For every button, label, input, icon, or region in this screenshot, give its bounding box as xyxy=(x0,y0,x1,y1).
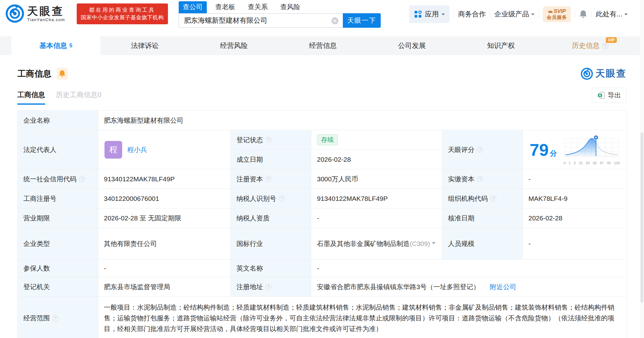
watermark-text: 天眼查 xyxy=(595,67,627,80)
app-grid-icon xyxy=(414,10,422,18)
divider xyxy=(539,10,539,18)
search-tabs: 查公司 查老板 查关系 查风险 xyxy=(179,2,381,13)
help-icon[interactable] xyxy=(79,176,85,182)
org-code-label: 组织机构代码 xyxy=(442,189,523,208)
watermark-logo: 天眼查 xyxy=(581,67,627,80)
crown-icon xyxy=(548,9,553,13)
legal-rep-name-link[interactable]: 程小兵 xyxy=(127,145,147,154)
user-menu[interactable]: 此处有... xyxy=(596,9,628,19)
taxpayer-quality-label: 纳税人资质 xyxy=(231,208,311,228)
legal-rep-value: 程 程小兵 xyxy=(98,130,231,169)
english-name-label: 英文名称 xyxy=(231,259,311,277)
company-name-label: 企业名称 xyxy=(18,111,98,130)
industry-code: (C309) xyxy=(410,240,430,247)
help-icon[interactable] xyxy=(477,176,483,182)
scrollbar-thumb[interactable] xyxy=(641,132,643,303)
apps-menu[interactable]: 应用 xyxy=(409,5,450,23)
approval-date-value: 2026-02-28 xyxy=(523,208,627,228)
help-icon[interactable] xyxy=(477,147,483,153)
reg-status-value: 存续 xyxy=(311,130,442,150)
promo-banner[interactable]: 都在用的商业查询工具 国家中小企业发展子基金旗下机构 xyxy=(77,3,168,24)
menu-cooperation[interactable]: 商务合作 xyxy=(458,9,486,19)
promo-line1: 都在用的商业查询工具 xyxy=(81,6,164,14)
menu-enterprise[interactable]: 企业级产品 xyxy=(494,9,534,19)
industry-expand-chevron-icon[interactable] xyxy=(432,242,436,246)
section-title: 工商信息 xyxy=(17,68,51,79)
help-icon[interactable] xyxy=(265,176,271,182)
top-header: 天眼查 TianYanCha.com 都在用的商业查询工具 国家中小企业发展子基… xyxy=(0,0,644,28)
business-scope-label: 经营范围 xyxy=(18,297,98,338)
establish-date-label: 成立日期 xyxy=(231,150,311,169)
help-icon[interactable] xyxy=(279,195,285,201)
tab-company-development[interactable]: 公司发展 xyxy=(367,36,456,55)
promo-line2: 国家中小企业发展子基金旗下机构 xyxy=(81,14,164,21)
help-icon[interactable] xyxy=(490,195,496,201)
company-nav-band: 基本信息 5 法律诉讼 经营风险 经营信息 公司发展 知识产权 历史信息 VIP xyxy=(0,36,644,55)
tab-legal-proceedings[interactable]: 法律诉讼 xyxy=(100,36,189,55)
top-menu: 应用 商务合作 企业级产品 SVIP 会员服务 xyxy=(409,0,628,28)
search-tab-company[interactable]: 查公司 xyxy=(179,1,207,13)
subtab-history-business-info[interactable]: 历史工商信息0 xyxy=(56,90,101,105)
scrollbar-track[interactable] xyxy=(640,0,644,338)
divider xyxy=(575,10,575,18)
reg-address-value: 安徽省合肥市肥东县撮镇镇东华路3号（一址多照登记） 附近公司 xyxy=(311,277,627,297)
tab-operating-info[interactable]: 经营信息 xyxy=(278,36,367,55)
divider xyxy=(490,10,490,18)
business-term-value: 2026-02-28 至 无固定期限 xyxy=(98,208,231,228)
credit-code-value: 91340122MAK78LF49P xyxy=(98,169,231,189)
search-tab-risk[interactable]: 查风险 xyxy=(276,1,304,13)
reg-status-label: 登记状态 xyxy=(231,130,311,150)
taxpayer-quality-value: - xyxy=(311,208,442,228)
tab-operating-risk[interactable]: 经营风险 xyxy=(189,36,278,55)
business-scope-value: 一般项目：水泥制品制造；砼结构构件制造；轻质建筑材料制造；轻质建筑材料销售；水泥… xyxy=(98,297,627,338)
search-input[interactable] xyxy=(179,14,343,27)
help-icon[interactable] xyxy=(265,137,271,143)
tianyancha-logo-icon xyxy=(6,4,24,23)
clear-search-icon[interactable] xyxy=(331,17,338,24)
tianyancha-watermark-icon xyxy=(581,68,593,80)
excel-export-icon xyxy=(598,92,605,99)
reg-authority-value: 肥东县市场监督管理局 xyxy=(98,277,231,297)
reg-number-label: 工商注册号 xyxy=(18,189,98,208)
divider xyxy=(454,10,454,18)
business-info-table: 企业名称 肥东海螺新型建材有限公司 法定代表人 程 程小兵 登记状态 xyxy=(17,110,627,338)
divider xyxy=(591,10,592,18)
org-code-value: MAK78LF4-9 xyxy=(523,189,627,208)
main-content: 工商信息 天眼查 工商信息 历史工商信息 xyxy=(0,67,644,338)
monitor-bell-button[interactable] xyxy=(57,68,68,80)
tab-intellectual-property[interactable]: 知识产权 xyxy=(456,36,546,55)
help-icon[interactable] xyxy=(602,43,608,49)
export-button[interactable]: 导出 xyxy=(592,88,627,103)
search-button[interactable]: 天眼一下 xyxy=(343,13,381,28)
chevron-down-icon xyxy=(442,14,445,17)
staff-size-label: 人员规模 xyxy=(442,228,523,259)
insured-count-label: 参保人数 xyxy=(18,259,98,277)
notification-bell-icon[interactable] xyxy=(579,10,587,19)
bell-icon xyxy=(59,70,66,78)
logo-text-en: TianYanCha.com xyxy=(27,17,65,22)
search-block: 查公司 查老板 查关系 查风险 天眼一下 xyxy=(179,2,381,28)
score-label: 天眼评分 xyxy=(442,130,523,169)
page: 天眼查 TianYanCha.com 都在用的商业查询工具 国家中小企业发展子基… xyxy=(0,0,644,338)
company-name-value: 肥东海螺新型建材有限公司 xyxy=(98,111,627,130)
credit-code-label: 统一社会信用代码 xyxy=(18,169,98,189)
chevron-down-icon xyxy=(531,14,534,17)
reg-capital-label: 注册资本 xyxy=(231,169,311,189)
search-tab-relation[interactable]: 查关系 xyxy=(244,1,272,13)
tianyancha-logo[interactable]: 天眼查 TianYanCha.com xyxy=(6,4,65,23)
legal-rep-avatar[interactable]: 程 xyxy=(104,141,122,159)
company-type-label: 企业类型 xyxy=(18,228,98,259)
industry-value: 石墨及其他非金属矿物制品制造(C309) xyxy=(311,228,442,259)
tab-basic-info[interactable]: 基本信息 5 xyxy=(11,36,100,55)
help-icon[interactable] xyxy=(265,284,271,290)
svip-badge[interactable]: SVIP 会员服务 xyxy=(543,6,571,22)
business-term-label: 营业期限 xyxy=(18,208,98,228)
insured-count-value: - xyxy=(98,259,231,277)
paid-capital-value: - xyxy=(523,169,627,189)
search-tab-boss[interactable]: 查老板 xyxy=(211,1,239,13)
nearby-companies-link[interactable]: 附近公司 xyxy=(490,283,516,290)
subtab-business-info[interactable]: 工商信息 xyxy=(17,90,45,105)
logo-text-cn: 天眼查 xyxy=(27,5,65,17)
help-icon[interactable] xyxy=(52,315,58,321)
tab-history-info[interactable]: 历史信息 VIP xyxy=(546,36,635,55)
